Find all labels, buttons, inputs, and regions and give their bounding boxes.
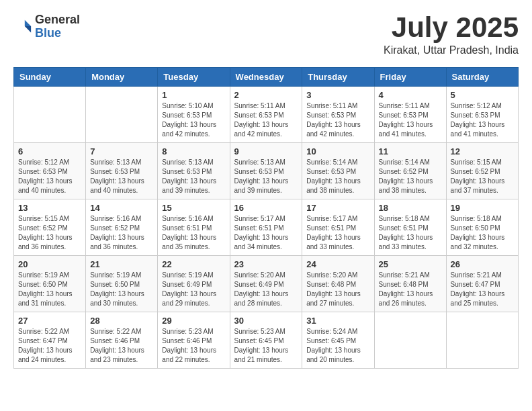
day-info: Sunrise: 5:23 AM Sunset: 6:46 PM Dayligh… — [162, 327, 225, 365]
calendar-cell: 27Sunrise: 5:22 AM Sunset: 6:47 PM Dayli… — [14, 312, 86, 369]
day-number: 23 — [234, 259, 298, 269]
day-number: 28 — [90, 316, 153, 326]
day-info: Sunrise: 5:22 AM Sunset: 6:46 PM Dayligh… — [90, 327, 153, 365]
calendar-week-row: 1Sunrise: 5:10 AM Sunset: 6:53 PM Daylig… — [14, 87, 519, 143]
calendar-cell: 13Sunrise: 5:15 AM Sunset: 6:52 PM Dayli… — [14, 199, 86, 256]
weekday-header-monday: Monday — [86, 68, 158, 87]
day-number: 3 — [306, 90, 369, 100]
day-info: Sunrise: 5:19 AM Sunset: 6:50 PM Dayligh… — [18, 271, 81, 308]
day-info: Sunrise: 5:13 AM Sunset: 6:53 PM Dayligh… — [234, 158, 298, 195]
page-header: General Blue July 2025 Kirakat, Uttar Pr… — [13, 13, 519, 56]
calendar-cell: 5Sunrise: 5:12 AM Sunset: 6:53 PM Daylig… — [446, 87, 518, 143]
day-info: Sunrise: 5:14 AM Sunset: 6:52 PM Dayligh… — [379, 158, 442, 195]
day-info: Sunrise: 5:13 AM Sunset: 6:53 PM Dayligh… — [90, 158, 153, 195]
calendar-cell: 25Sunrise: 5:21 AM Sunset: 6:48 PM Dayli… — [374, 256, 446, 312]
calendar-cell: 1Sunrise: 5:10 AM Sunset: 6:53 PM Daylig… — [158, 87, 230, 143]
calendar-cell: 23Sunrise: 5:20 AM Sunset: 6:49 PM Dayli… — [230, 256, 302, 312]
day-info: Sunrise: 5:21 AM Sunset: 6:48 PM Dayligh… — [379, 271, 442, 308]
title-block: July 2025 Kirakat, Uttar Pradesh, India — [384, 13, 519, 56]
logo-general: General — [35, 13, 80, 27]
day-number: 9 — [234, 146, 298, 156]
day-number: 5 — [451, 90, 514, 100]
calendar-cell — [14, 87, 86, 143]
logo-blue: Blue — [35, 27, 80, 40]
calendar-cell — [446, 312, 518, 369]
calendar-cell: 26Sunrise: 5:21 AM Sunset: 6:47 PM Dayli… — [446, 256, 518, 312]
svg-marker-0 — [25, 20, 31, 26]
day-number: 11 — [379, 146, 442, 156]
day-info: Sunrise: 5:11 AM Sunset: 6:53 PM Dayligh… — [234, 101, 298, 139]
calendar-cell: 4Sunrise: 5:11 AM Sunset: 6:53 PM Daylig… — [374, 87, 446, 143]
day-info: Sunrise: 5:15 AM Sunset: 6:52 PM Dayligh… — [451, 158, 514, 195]
day-info: Sunrise: 5:21 AM Sunset: 6:47 PM Dayligh… — [451, 271, 514, 308]
day-info: Sunrise: 5:14 AM Sunset: 6:53 PM Dayligh… — [306, 158, 369, 195]
calendar-cell: 11Sunrise: 5:14 AM Sunset: 6:52 PM Dayli… — [374, 143, 446, 199]
day-info: Sunrise: 5:17 AM Sunset: 6:51 PM Dayligh… — [306, 214, 369, 252]
logo-icon — [13, 17, 32, 36]
day-number: 30 — [234, 316, 298, 326]
calendar-cell: 16Sunrise: 5:17 AM Sunset: 6:51 PM Dayli… — [230, 199, 302, 256]
location: Kirakat, Uttar Pradesh, India — [384, 44, 519, 56]
day-info: Sunrise: 5:12 AM Sunset: 6:53 PM Dayligh… — [18, 158, 81, 195]
day-number: 12 — [451, 146, 514, 156]
day-info: Sunrise: 5:18 AM Sunset: 6:51 PM Dayligh… — [379, 214, 442, 252]
calendar-cell: 30Sunrise: 5:23 AM Sunset: 6:45 PM Dayli… — [230, 312, 302, 369]
calendar-week-row: 20Sunrise: 5:19 AM Sunset: 6:50 PM Dayli… — [14, 256, 519, 312]
month-year: July 2025 — [384, 13, 519, 42]
day-number: 1 — [162, 90, 225, 100]
day-info: Sunrise: 5:19 AM Sunset: 6:50 PM Dayligh… — [90, 271, 153, 308]
day-info: Sunrise: 5:15 AM Sunset: 6:52 PM Dayligh… — [18, 214, 81, 252]
day-info: Sunrise: 5:22 AM Sunset: 6:47 PM Dayligh… — [18, 327, 81, 365]
day-number: 14 — [90, 203, 153, 213]
calendar-cell: 3Sunrise: 5:11 AM Sunset: 6:53 PM Daylig… — [302, 87, 374, 143]
calendar-table: SundayMondayTuesdayWednesdayThursdayFrid… — [13, 67, 519, 369]
calendar-cell: 12Sunrise: 5:15 AM Sunset: 6:52 PM Dayli… — [446, 143, 518, 199]
calendar-cell: 2Sunrise: 5:11 AM Sunset: 6:53 PM Daylig… — [230, 87, 302, 143]
day-info: Sunrise: 5:18 AM Sunset: 6:50 PM Dayligh… — [451, 214, 514, 252]
day-info: Sunrise: 5:19 AM Sunset: 6:49 PM Dayligh… — [162, 271, 225, 308]
calendar-week-row: 27Sunrise: 5:22 AM Sunset: 6:47 PM Dayli… — [14, 312, 519, 369]
weekday-header-thursday: Thursday — [302, 68, 374, 87]
calendar-cell: 9Sunrise: 5:13 AM Sunset: 6:53 PM Daylig… — [230, 143, 302, 199]
calendar-cell — [374, 312, 446, 369]
day-info: Sunrise: 5:20 AM Sunset: 6:49 PM Dayligh… — [234, 271, 298, 308]
day-number: 4 — [379, 90, 442, 100]
day-info: Sunrise: 5:13 AM Sunset: 6:53 PM Dayligh… — [162, 158, 225, 195]
day-number: 20 — [18, 259, 81, 269]
day-info: Sunrise: 5:24 AM Sunset: 6:45 PM Dayligh… — [306, 327, 369, 365]
day-info: Sunrise: 5:23 AM Sunset: 6:45 PM Dayligh… — [234, 327, 298, 365]
calendar-cell: 24Sunrise: 5:20 AM Sunset: 6:48 PM Dayli… — [302, 256, 374, 312]
svg-marker-1 — [25, 26, 31, 32]
logo: General Blue — [13, 13, 80, 40]
day-info: Sunrise: 5:17 AM Sunset: 6:51 PM Dayligh… — [234, 214, 298, 252]
day-info: Sunrise: 5:10 AM Sunset: 6:53 PM Dayligh… — [162, 101, 225, 139]
day-number: 6 — [18, 146, 81, 156]
calendar-cell: 19Sunrise: 5:18 AM Sunset: 6:50 PM Dayli… — [446, 199, 518, 256]
weekday-header-saturday: Saturday — [446, 68, 518, 87]
day-number: 31 — [306, 316, 369, 326]
calendar-cell: 10Sunrise: 5:14 AM Sunset: 6:53 PM Dayli… — [302, 143, 374, 199]
day-number: 7 — [90, 146, 153, 156]
day-info: Sunrise: 5:20 AM Sunset: 6:48 PM Dayligh… — [306, 271, 369, 308]
day-number: 21 — [90, 259, 153, 269]
day-info: Sunrise: 5:11 AM Sunset: 6:53 PM Dayligh… — [306, 101, 369, 139]
day-info: Sunrise: 5:16 AM Sunset: 6:52 PM Dayligh… — [90, 214, 153, 252]
calendar-week-row: 6Sunrise: 5:12 AM Sunset: 6:53 PM Daylig… — [14, 143, 519, 199]
calendar-week-row: 13Sunrise: 5:15 AM Sunset: 6:52 PM Dayli… — [14, 199, 519, 256]
calendar-cell: 18Sunrise: 5:18 AM Sunset: 6:51 PM Dayli… — [374, 199, 446, 256]
calendar-cell: 8Sunrise: 5:13 AM Sunset: 6:53 PM Daylig… — [158, 143, 230, 199]
calendar-cell: 20Sunrise: 5:19 AM Sunset: 6:50 PM Dayli… — [14, 256, 86, 312]
calendar-cell: 15Sunrise: 5:16 AM Sunset: 6:51 PM Dayli… — [158, 199, 230, 256]
calendar-cell: 6Sunrise: 5:12 AM Sunset: 6:53 PM Daylig… — [14, 143, 86, 199]
day-info: Sunrise: 5:16 AM Sunset: 6:51 PM Dayligh… — [162, 214, 225, 252]
weekday-header-tuesday: Tuesday — [158, 68, 230, 87]
calendar-cell: 7Sunrise: 5:13 AM Sunset: 6:53 PM Daylig… — [86, 143, 158, 199]
weekday-header-sunday: Sunday — [14, 68, 86, 87]
day-number: 29 — [162, 316, 225, 326]
day-number: 10 — [306, 146, 369, 156]
day-number: 27 — [18, 316, 81, 326]
day-number: 17 — [306, 203, 369, 213]
calendar-cell: 21Sunrise: 5:19 AM Sunset: 6:50 PM Dayli… — [86, 256, 158, 312]
day-number: 13 — [18, 203, 81, 213]
day-number: 26 — [451, 259, 514, 269]
